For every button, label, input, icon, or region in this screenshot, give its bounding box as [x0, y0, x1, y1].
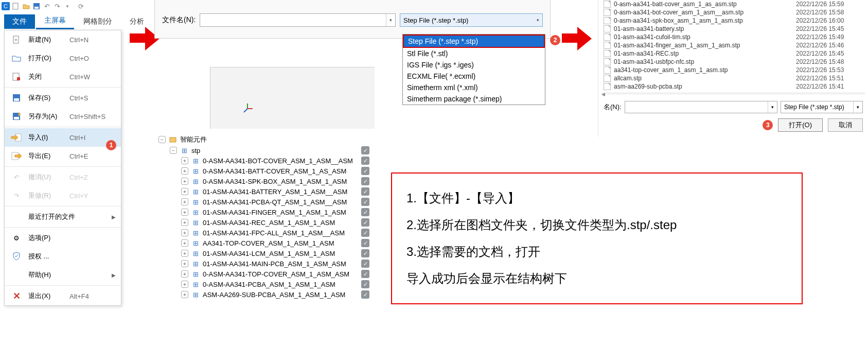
- check-icon[interactable]: ✓: [361, 249, 369, 257]
- file-row[interactable]: allcam.stp2022/12/26 15:51: [598, 74, 868, 82]
- filetype-option-stl[interactable]: Stl File (*.stl): [403, 48, 545, 59]
- check-icon[interactable]: ✓: [361, 280, 369, 288]
- menu-license[interactable]: 授权 ...: [5, 247, 121, 266]
- menu-redo: ↷ 重做(R) Ctrl+Y: [5, 186, 121, 205]
- menu-export[interactable]: 导出(E) Ctrl+E: [5, 147, 121, 165]
- check-icon[interactable]: ✓: [361, 177, 369, 185]
- save-icon[interactable]: [32, 2, 41, 11]
- menu-save[interactable]: 保存(S) Ctrl+S: [5, 89, 121, 107]
- undo-icon[interactable]: ↶: [42, 2, 51, 11]
- tree-expand-icon[interactable]: +: [181, 250, 188, 257]
- filetype-option-ecxml[interactable]: ECXML File( *.ecxml): [403, 71, 545, 82]
- tree-item[interactable]: +⊞01-ASM-AA341-REC_ASM_1_ASM_1_ASM✓: [181, 217, 369, 228]
- file-row[interactable]: asm-aa269-sub-pcba.stp2022/12/26 15:41: [598, 82, 868, 91]
- menu-new[interactable]: + 新建(N) Ctrl+N: [5, 30, 121, 49]
- check-icon[interactable]: ✓: [361, 187, 369, 196]
- file-row[interactable]: 0-asm-aa341-batt-cover_asm_1_as_asm.stp2…: [598, 0, 868, 8]
- tree-item[interactable]: +⊞0-ASM-AA341-BATT-COVER_ASM_1_AS_ASM✓: [181, 166, 369, 176]
- tree-item[interactable]: +⊞01-ASM-AA341-PCBA-QT_ASM_1_ASM__ASM✓: [181, 197, 369, 207]
- browser-filetype-select[interactable]: Step File (*.step *.stp) ▾: [781, 101, 863, 113]
- file-row[interactable]: 01-asm-aa341-battery.stp2022/12/26 15:45: [598, 25, 868, 33]
- dropdown-icon[interactable]: ▾: [768, 101, 777, 113]
- filetype-select[interactable]: Step File (*.step *.stp) ▾: [400, 13, 543, 27]
- check-icon[interactable]: ✓: [361, 260, 369, 268]
- file-row[interactable]: 01-asm-aa341-REC.stp2022/12/26 15:45: [598, 49, 868, 58]
- tree-collapse-icon[interactable]: −: [158, 136, 166, 143]
- refresh-icon[interactable]: ⟳: [76, 2, 85, 11]
- tree-item[interactable]: +⊞0-ASM-AA341-PCBA_ASM_1_ASM_1_ASM✓: [181, 279, 369, 289]
- tree-item[interactable]: +⊞0-ASM-AA341-TOP-COVER_ASM_1_ASM_ASM✓: [181, 269, 369, 279]
- check-icon[interactable]: ✓: [361, 146, 369, 154]
- menu-close[interactable]: 关闭 Ctrl+W: [5, 67, 121, 86]
- file-row[interactable]: 01-asm-aa341-finger_asm_1_asm_1_asm.stp2…: [598, 41, 868, 49]
- tree-expand-icon[interactable]: +: [181, 188, 188, 195]
- check-icon[interactable]: ✓: [361, 208, 369, 216]
- tree-expand-icon[interactable]: +: [181, 219, 188, 226]
- check-icon[interactable]: ✓: [361, 290, 369, 299]
- tree-item[interactable]: +⊞AA341-TOP-COVER_ASM_1_ASM_1_ASM✓: [181, 238, 369, 248]
- open-button[interactable]: 打开(O): [778, 118, 823, 132]
- tree-stp-node[interactable]: − ⊞ stp ✓: [170, 145, 369, 155]
- tab-file[interactable]: 文件: [4, 14, 35, 29]
- file-row[interactable]: 0-asm-aa341-bot-cover_asm_1_asm__asm.stp…: [598, 8, 868, 16]
- check-icon[interactable]: ✓: [361, 167, 369, 175]
- filetype-option-xml[interactable]: Simetherm xml (*.xml): [403, 82, 545, 93]
- tree-root[interactable]: − 智能元件: [158, 134, 369, 145]
- tree-expand-icon[interactable]: +: [181, 239, 188, 247]
- svg-text:C: C: [4, 3, 8, 9]
- filetype-dropdown-icon[interactable]: ▾: [533, 14, 542, 26]
- dropdown-icon[interactable]: ▾: [853, 101, 862, 113]
- tree-item[interactable]: +⊞ASM-AA269-SUB-PCBA_ASM_1_ASM_1_ASM✓: [181, 289, 369, 300]
- instruction-line-1: 1.【文件】-【导入】: [406, 186, 787, 211]
- dropdown-icon[interactable]: ▼: [63, 2, 72, 11]
- tab-main[interactable]: 主屏幕: [36, 13, 74, 29]
- check-icon[interactable]: ✓: [361, 239, 369, 247]
- tree-item[interactable]: +⊞01-ASM-AA341-LCM_ASM_1_ASM_1_ASM✓: [181, 248, 369, 258]
- new-icon[interactable]: [11, 2, 21, 11]
- file-row[interactable]: 01-asm-aa341-cufoil-tim.stp2022/12/26 15…: [598, 33, 868, 41]
- tab-mesh[interactable]: 网格剖分: [75, 14, 120, 29]
- filetype-option-step[interactable]: Step File (*.step *.stp): [403, 34, 545, 48]
- tree-item[interactable]: +⊞01-ASM-AA341-FPC-ALL_ASM_1_ASM__ASM✓: [181, 228, 369, 238]
- file-row[interactable]: 01-asm-aa341-usbfpc-nfc.stp2022/12/26 15…: [598, 58, 868, 66]
- menu-import[interactable]: 导入(I) Ctrl+I: [5, 128, 121, 147]
- check-icon[interactable]: ✓: [361, 270, 369, 278]
- check-icon[interactable]: ✓: [361, 229, 369, 237]
- open-icon[interactable]: [22, 2, 31, 11]
- tree-expand-icon[interactable]: +: [181, 157, 188, 164]
- cancel-button[interactable]: 取消: [828, 118, 863, 132]
- tree-item[interactable]: +⊞0-ASM-AA341-BOT-COVER_ASM_1_ASM__ASM✓: [181, 155, 369, 166]
- filename-dropdown-icon[interactable]: ▾: [386, 14, 395, 26]
- redo-icon[interactable]: ↷: [52, 2, 62, 11]
- menu-saveas[interactable]: 另存为(A) Ctrl+Shift+S: [5, 107, 121, 126]
- tree-item[interactable]: +⊞01-ASM-AA341-MAIN-PCB_ASM_1_ASM_ASM✓: [181, 258, 369, 269]
- check-icon[interactable]: ✓: [361, 198, 369, 206]
- menu-open[interactable]: 打开(O) Ctrl+O: [5, 49, 121, 67]
- file-row[interactable]: aa341-top-cover_asm_1_asm_1_asm.stp2022/…: [598, 66, 868, 74]
- tree-collapse-icon[interactable]: −: [170, 147, 177, 154]
- menu-exit[interactable]: ✕ 退出(X) Alt+F4: [5, 287, 121, 305]
- tree-item[interactable]: +⊞01-ASM-AA341-FINGER_ASM_1_ASM_1_ASM✓: [181, 207, 369, 217]
- tree-expand-icon[interactable]: +: [181, 229, 188, 236]
- tree-expand-icon[interactable]: +: [181, 167, 188, 175]
- check-icon[interactable]: ✓: [361, 157, 369, 165]
- tree-expand-icon[interactable]: +: [181, 178, 188, 185]
- tree-expand-icon[interactable]: +: [181, 260, 188, 267]
- filename-input[interactable]: ▾: [200, 13, 396, 27]
- tree-item[interactable]: +⊞01-ASM-AA341-BATTERY_ASM_1_ASM__ASM✓: [181, 186, 369, 197]
- tree-expand-icon[interactable]: +: [181, 281, 188, 288]
- tree-item[interactable]: +⊞0-ASM-AA341-SPK-BOX_ASM_1_ASM_1_ASM✓: [181, 176, 369, 186]
- horizontal-scrollbar[interactable]: ◀: [601, 93, 865, 95]
- menu-options[interactable]: ⚙ 选项(P): [5, 229, 121, 247]
- tree-expand-icon[interactable]: +: [181, 209, 188, 216]
- filetype-option-simep[interactable]: Simetherm package (*.simep): [403, 93, 545, 105]
- filetype-option-igs[interactable]: IGS File (*.igs *.iges): [403, 59, 545, 71]
- browser-filename-input[interactable]: ▾: [625, 101, 777, 113]
- menu-recent[interactable]: 最近打开的文件 ▶: [5, 208, 121, 226]
- file-row[interactable]: 0-asm-aa341-spk-box_asm_1_asm_1_asm.stp2…: [598, 16, 868, 25]
- tree-expand-icon[interactable]: +: [181, 291, 188, 298]
- check-icon[interactable]: ✓: [361, 218, 369, 227]
- tree-expand-icon[interactable]: +: [181, 198, 188, 205]
- menu-help[interactable]: 帮助(H) ▶: [5, 266, 121, 284]
- tree-expand-icon[interactable]: +: [181, 270, 188, 278]
